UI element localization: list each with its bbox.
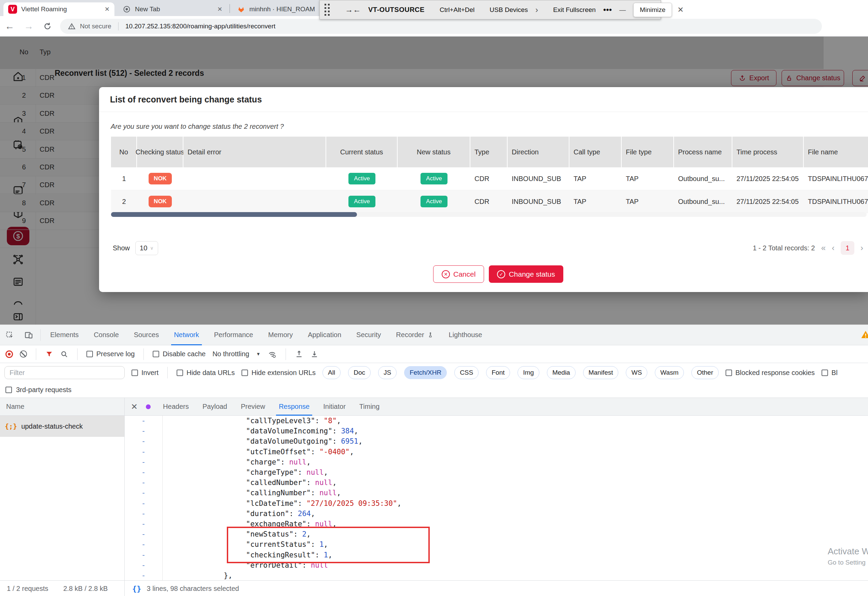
- hide-data-urls-checkbox[interactable]: Hide data URLs: [177, 369, 235, 377]
- devtools-tab-application[interactable]: Application: [300, 325, 349, 345]
- issues-warning-icon[interactable]: [861, 330, 868, 340]
- ctrl-alt-del-button[interactable]: Ctrl+Alt+Del: [440, 6, 474, 14]
- filter-pill-wasm[interactable]: Wasm: [655, 366, 684, 379]
- search-icon[interactable]: [60, 350, 68, 358]
- fold-marker[interactable]: -: [125, 427, 162, 435]
- clear-network-log-button[interactable]: [20, 350, 27, 358]
- filter-pill-media[interactable]: Media: [547, 366, 576, 379]
- devtools-tab-memory[interactable]: Memory: [261, 325, 300, 345]
- filter-pill-ws[interactable]: WS: [626, 366, 647, 379]
- detail-tab-initiator[interactable]: Initiator: [316, 398, 353, 416]
- hide-extension-urls-checkbox[interactable]: Hide extension URLs: [242, 369, 316, 377]
- fold-marker[interactable]: -: [125, 448, 162, 456]
- usb-devices-button[interactable]: USB Devices: [490, 6, 528, 14]
- filter-pill-manifest[interactable]: Manifest: [583, 366, 619, 379]
- third-party-checkbox[interactable]: [6, 387, 12, 393]
- first-page-button[interactable]: «: [821, 243, 826, 253]
- fold-marker[interactable]: -: [125, 468, 162, 477]
- import-har-icon[interactable]: [295, 350, 303, 358]
- tab-close-icon[interactable]: ✕: [217, 6, 222, 13]
- devtools-tab-sources[interactable]: Sources: [126, 325, 166, 345]
- scrollbar-thumb[interactable]: [111, 212, 357, 217]
- filter-input[interactable]: [4, 366, 125, 379]
- tab-gitlab[interactable]: minhnh · HIEN_ROAMING ·: [232, 2, 319, 16]
- fold-marker[interactable]: -: [125, 437, 162, 446]
- detail-tab-headers[interactable]: Headers: [156, 398, 196, 416]
- address-bar[interactable]: Not secure 10.207.252.135:8200/roaming-a…: [60, 19, 822, 34]
- close-icon[interactable]: ✕: [678, 6, 683, 14]
- record-network-log-button[interactable]: [6, 350, 13, 358]
- drag-grip-icon[interactable]: [325, 4, 330, 16]
- devtools-tab-elements[interactable]: Elements: [43, 325, 86, 345]
- fold-marker[interactable]: -: [125, 551, 162, 559]
- fold-marker[interactable]: -: [125, 458, 162, 466]
- inspect-element-icon[interactable]: [0, 330, 19, 339]
- devtools-tab-lighthouse[interactable]: Lighthouse: [441, 325, 490, 345]
- disable-cache-checkbox[interactable]: Disable cache: [153, 350, 206, 358]
- minimize-button[interactable]: Minimize: [633, 3, 672, 17]
- devtools-tab-console[interactable]: Console: [86, 325, 126, 345]
- invert-checkbox[interactable]: Invert: [131, 369, 158, 377]
- fold-marker[interactable]: -: [125, 478, 162, 487]
- request-count: 1 / 2 requests: [7, 585, 48, 593]
- detail-tab-response[interactable]: Response: [272, 398, 316, 416]
- detail-tab-timing[interactable]: Timing: [353, 398, 386, 416]
- tab-close-icon[interactable]: ✕: [105, 6, 110, 13]
- filter-pill-css[interactable]: CSS: [454, 366, 478, 379]
- pretty-print-toggle[interactable]: {}: [132, 584, 142, 593]
- close-detail-icon[interactable]: ✕: [131, 402, 138, 412]
- devtools-tab-security[interactable]: Security: [349, 325, 388, 345]
- reload-button[interactable]: [43, 22, 52, 31]
- throttling-select[interactable]: No throttling▼: [213, 350, 261, 358]
- request-row-selected[interactable]: {;} update-status-check: [0, 416, 124, 437]
- filter-pill-font[interactable]: Font: [486, 366, 510, 379]
- divider: [40, 329, 41, 341]
- more-options-icon[interactable]: •••: [603, 5, 612, 15]
- page-size-select[interactable]: 10∨: [135, 241, 158, 255]
- filter-pill-img[interactable]: Img: [518, 366, 539, 379]
- forward-button[interactable]: →: [19, 21, 38, 32]
- change-status-confirm-button[interactable]: ✓ Change status: [489, 266, 563, 283]
- filter-funnel-icon[interactable]: [45, 350, 53, 358]
- fold-marker[interactable]: -: [125, 499, 162, 507]
- fit-window-icon[interactable]: →←: [345, 5, 361, 14]
- export-har-icon[interactable]: [310, 350, 319, 358]
- fold-marker[interactable]: -: [125, 540, 162, 549]
- tab-new-tab[interactable]: New Tab ✕: [118, 2, 227, 16]
- horizontal-scrollbar[interactable]: [111, 212, 867, 217]
- devtools-tab-recorder[interactable]: Recorder: [388, 325, 441, 345]
- filter-pill-fetch-xhr[interactable]: Fetch/XHR: [404, 366, 447, 379]
- fold-marker[interactable]: -: [125, 510, 162, 518]
- device-toolbar-icon[interactable]: [19, 330, 38, 339]
- current-page[interactable]: 1: [841, 241, 854, 255]
- fold-marker[interactable]: -: [125, 561, 162, 569]
- chevron-right-icon[interactable]: ›: [535, 5, 538, 15]
- filter-pill-js[interactable]: JS: [378, 366, 397, 379]
- devtools-tab-performance[interactable]: Performance: [207, 325, 261, 345]
- requests-name-header[interactable]: Name: [0, 398, 124, 416]
- tab-viettel-roaming[interactable]: V Viettel Roaming ✕: [3, 2, 114, 16]
- preserve-log-checkbox[interactable]: Preserve log: [86, 350, 134, 358]
- detail-tab-preview[interactable]: Preview: [234, 398, 272, 416]
- not-secure-warning-icon[interactable]: [68, 22, 76, 30]
- fold-marker[interactable]: -: [125, 489, 162, 497]
- filter-pill-doc[interactable]: Doc: [348, 366, 371, 379]
- fold-marker[interactable]: -: [125, 571, 162, 580]
- exit-fullscreen-button[interactable]: Exit Fullscreen: [553, 6, 596, 14]
- next-page-button[interactable]: ›: [861, 243, 863, 253]
- fold-marker[interactable]: -: [125, 417, 162, 425]
- blocked-cookies-checkbox[interactable]: Blocked response cookies: [726, 369, 815, 377]
- blocked-requests-checkbox[interactable]: Bl: [822, 369, 838, 377]
- filter-pill-other[interactable]: Other: [691, 366, 719, 379]
- fold-marker[interactable]: -: [125, 520, 162, 528]
- filter-pill-all[interactable]: All: [322, 366, 341, 379]
- fold-marker[interactable]: -: [125, 530, 162, 538]
- cancel-button[interactable]: ✕ Cancel: [433, 266, 484, 283]
- detail-tab-payload[interactable]: Payload: [196, 398, 234, 416]
- prev-page-button[interactable]: ‹: [832, 243, 834, 253]
- minimize-icon[interactable]: —: [619, 6, 626, 14]
- network-conditions-icon[interactable]: [267, 350, 277, 358]
- back-button[interactable]: ←: [0, 21, 19, 32]
- active-badge: Active: [421, 196, 447, 207]
- devtools-tab-network[interactable]: Network: [166, 325, 206, 345]
